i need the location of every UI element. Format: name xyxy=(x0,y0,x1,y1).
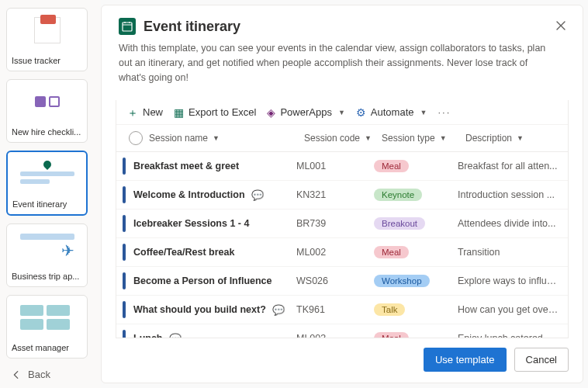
template-list: Issue tracker New hire checkli... Event … xyxy=(6,8,95,361)
dialog-footer: Use template Cancel xyxy=(102,338,583,383)
close-button[interactable] xyxy=(552,16,570,35)
cancel-button[interactable]: Cancel xyxy=(514,348,569,372)
session-name: Breakfast meet & greet xyxy=(133,161,239,171)
session-name: Welcome & Introduction xyxy=(133,189,245,200)
template-label: Business trip ap... xyxy=(7,268,87,286)
session-code: ML001 xyxy=(296,161,374,171)
comment-icon[interactable]: 💬 xyxy=(169,334,182,338)
automate-button[interactable]: ⚙ Automate ▼ xyxy=(356,106,427,118)
row-accent xyxy=(123,330,126,338)
session-description: Transition xyxy=(458,247,563,258)
table-row[interactable]: Coffee/Tea/Rest break ML002 Meal Transit… xyxy=(116,238,568,267)
session-description: Explore ways to influe... xyxy=(458,275,563,286)
calendar-icon xyxy=(119,18,136,35)
powerapps-label: PowerApps xyxy=(280,106,331,118)
session-code: ML002 xyxy=(296,247,374,258)
table-row[interactable]: Breakfast meet & greet ML001 Meal Breakf… xyxy=(116,152,568,181)
row-accent xyxy=(123,215,126,232)
excel-icon: ▦ xyxy=(174,107,184,118)
template-asset-manager[interactable]: Asset manager xyxy=(6,295,88,359)
close-icon xyxy=(555,20,566,31)
template-label: Issue tracker xyxy=(7,52,87,71)
template-business-trip[interactable]: ✈ Business trip ap... xyxy=(6,223,88,287)
circle-icon xyxy=(129,131,143,145)
export-excel-button[interactable]: ▦ Export to Excel xyxy=(174,106,256,118)
comment-icon[interactable]: 💬 xyxy=(272,305,285,315)
session-name: Icebreaker Sessions 1 - 4 xyxy=(133,218,249,229)
new-label: New xyxy=(143,106,163,118)
session-name: What should you build next? xyxy=(133,304,266,315)
session-code: TK961 xyxy=(296,304,374,315)
template-event-itinerary[interactable]: Event itinerary xyxy=(6,151,88,216)
back-button[interactable]: Back xyxy=(6,361,95,388)
session-type: Workshop xyxy=(374,275,458,287)
session-code: WS026 xyxy=(296,275,374,286)
chevron-down-icon: ▼ xyxy=(517,134,524,142)
session-type: Keynote xyxy=(374,189,458,201)
template-new-hire-checklist[interactable]: New hire checkli... xyxy=(6,79,88,143)
flow-icon: ⚙ xyxy=(356,107,366,118)
session-description: Breakfast for all atten... xyxy=(458,161,563,171)
session-description: How can you get over... xyxy=(458,304,563,315)
session-name: Lunch xyxy=(133,333,163,338)
svg-rect-0 xyxy=(123,23,132,31)
command-bar: ＋ New ▦ Export to Excel ◈ PowerApps ▼ ⚙ … xyxy=(116,100,568,125)
column-header-session-type[interactable]: Session type▼ xyxy=(382,133,465,144)
session-name: Become a Person of Influence xyxy=(133,275,272,286)
template-detail-panel: Event itinerary With this template, you … xyxy=(101,5,583,383)
chevron-down-icon: ▼ xyxy=(338,109,345,116)
template-label: Asset manager xyxy=(7,339,87,358)
session-type: Meal xyxy=(374,332,458,338)
chevron-down-icon: ▼ xyxy=(213,134,220,142)
comment-icon[interactable]: 💬 xyxy=(251,190,264,200)
row-accent xyxy=(123,158,126,175)
row-accent xyxy=(123,186,126,203)
use-template-button[interactable]: Use template xyxy=(424,348,507,372)
row-accent xyxy=(123,272,126,289)
powerapps-button[interactable]: ◈ PowerApps ▼ xyxy=(267,106,344,118)
page-description: With this template, you can see your eve… xyxy=(119,41,553,85)
session-type: Breakout xyxy=(374,217,458,230)
table-row[interactable]: Icebreaker Sessions 1 - 4 BR739 Breakout… xyxy=(116,210,568,238)
template-issue-tracker[interactable]: Issue tracker xyxy=(6,8,88,71)
table-row[interactable]: What should you build next? 💬 TK961 Talk… xyxy=(116,296,568,324)
powerapps-icon: ◈ xyxy=(267,107,275,118)
page-title: Event itinerary xyxy=(144,19,240,35)
new-button[interactable]: ＋ New xyxy=(127,106,163,118)
session-description: Introduction session ... xyxy=(458,189,563,200)
table-row[interactable]: Become a Person of Influence WS026 Works… xyxy=(116,267,568,296)
list-preview: ＋ New ▦ Export to Excel ◈ PowerApps ▼ ⚙ … xyxy=(116,100,569,338)
list-rows[interactable]: Breakfast meet & greet ML001 Meal Breakf… xyxy=(116,152,568,338)
table-row[interactable]: Welcome & Introduction 💬 KN321 Keynote I… xyxy=(116,181,568,210)
column-header-description[interactable]: Description▼ xyxy=(465,133,563,144)
session-type: Talk xyxy=(374,303,458,316)
session-description: Enjoy lunch catered b... xyxy=(458,333,563,338)
template-label: New hire checkli... xyxy=(7,123,87,142)
select-all[interactable] xyxy=(123,131,149,145)
chevron-left-icon xyxy=(11,369,22,380)
chevron-down-icon: ▼ xyxy=(420,109,427,116)
column-header-session-code[interactable]: Session code▼ xyxy=(304,133,382,144)
table-row[interactable]: Lunch 💬 ML003 Meal Enjoy lunch catered b… xyxy=(116,324,568,338)
session-type: Meal xyxy=(374,160,458,172)
column-header-session-name[interactable]: Session name▼ xyxy=(149,133,304,144)
session-code: BR739 xyxy=(296,218,374,229)
row-accent xyxy=(123,301,126,318)
template-sidebar: Issue tracker New hire checkli... Event … xyxy=(0,0,101,388)
row-accent xyxy=(123,244,126,261)
session-code: ML003 xyxy=(296,333,374,338)
export-excel-label: Export to Excel xyxy=(189,106,256,118)
more-commands-button[interactable]: ··· xyxy=(438,106,451,118)
session-code: KN321 xyxy=(296,189,374,200)
automate-label: Automate xyxy=(371,106,414,118)
session-description: Attendees divide into... xyxy=(458,218,563,229)
column-header-row: Session name▼ Session code▼ Session type… xyxy=(116,125,568,152)
chevron-down-icon: ▼ xyxy=(440,134,447,142)
plus-icon: ＋ xyxy=(127,107,138,118)
session-name: Coffee/Tea/Rest break xyxy=(133,247,234,258)
back-label: Back xyxy=(28,369,50,380)
session-type: Meal xyxy=(374,246,458,258)
chevron-down-icon: ▼ xyxy=(365,134,372,142)
template-label: Event itinerary xyxy=(8,196,86,214)
